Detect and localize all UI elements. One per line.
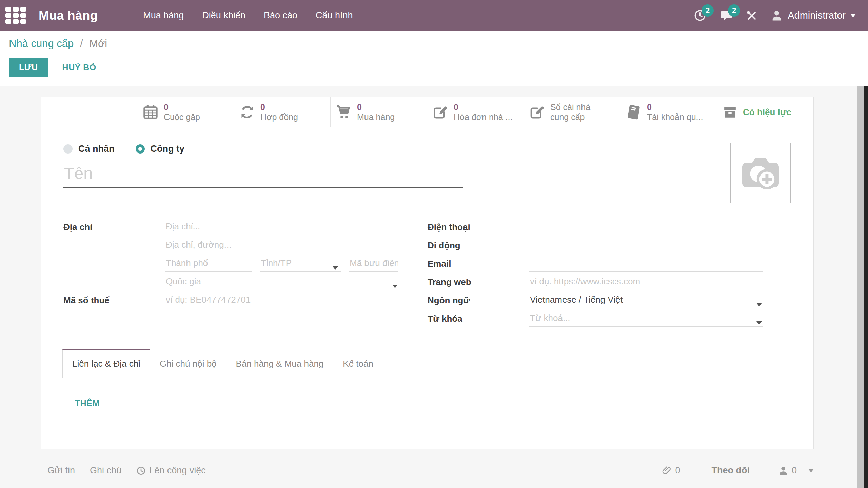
add-contact-button[interactable]: THÊM (75, 399, 100, 408)
schedule-activity-button[interactable]: Lên công việc (136, 465, 206, 476)
radio-individual[interactable]: Cá nhân (63, 144, 115, 154)
phone-input[interactable] (529, 220, 763, 235)
street2-input[interactable] (165, 239, 398, 253)
stat-value: 0 (260, 102, 298, 113)
app-title[interactable]: Mua hàng (39, 8, 98, 23)
topbar-right: 2 2 Administrator (694, 9, 868, 22)
send-message-button[interactable]: Gửi tin (47, 465, 75, 476)
menu-item-configuration[interactable]: Cấu hình (314, 8, 354, 23)
radio-individual-label: Cá nhân (78, 144, 115, 154)
form-col-right: Điện thoại Di động Email Trang web (428, 220, 763, 330)
user-name: Administrator (788, 10, 846, 21)
chatter-bar: Gửi tin Ghi chú Lên công việc 0 Theo dõi… (47, 465, 814, 476)
followers-dropdown-icon[interactable] (808, 469, 814, 472)
language-select[interactable] (529, 293, 763, 308)
radio-unselected-icon (63, 144, 73, 154)
company-type-radios: Cá nhân Công ty (63, 144, 813, 154)
schedule-activity-label: Lên công việc (149, 465, 206, 476)
stat-label-active: Có hiệu lực (743, 107, 791, 118)
vat-label: Mã số thuế (63, 293, 165, 312)
archive-box-icon (723, 105, 737, 120)
top-navbar: Mua hàng Mua hàng Điều khiển Báo cáo Cấu… (0, 0, 868, 31)
log-note-button[interactable]: Ghi chú (90, 465, 121, 476)
debug-tools-button[interactable] (746, 10, 757, 21)
mobile-label: Di động (428, 239, 529, 257)
tab-internal-notes[interactable]: Ghi chú nội bộ (150, 349, 226, 378)
content-area: 0 Cuộc gặp 0 Hợp đồng 0 Mua hàng (0, 86, 868, 488)
tab-pane-contacts: THÊM (41, 378, 813, 408)
breadcrumb-parent-link[interactable]: Nhà cung cấp (9, 38, 74, 49)
discard-button[interactable]: HUỶ BỎ (62, 63, 96, 73)
name-input[interactable] (63, 163, 463, 188)
image-upload-box[interactable] (730, 143, 791, 203)
breadcrumb-current: Mới (89, 38, 107, 49)
form-sheet: 0 Cuộc gặp 0 Hợp đồng 0 Mua hàng (41, 97, 814, 449)
tab-contacts-addresses[interactable]: Liên lạc & Địa chỉ (62, 349, 150, 378)
radio-company-label: Công ty (151, 144, 185, 154)
stat-button-row: 0 Cuộc gặp 0 Hợp đồng 0 Mua hàng (41, 97, 813, 127)
street-input[interactable] (165, 220, 398, 235)
menu-item-control[interactable]: Điều khiển (201, 8, 247, 23)
attachment-count: 0 (675, 465, 680, 476)
name-field-wrap (63, 163, 463, 188)
follow-button[interactable]: Theo dõi (711, 465, 749, 476)
vat-input[interactable] (165, 293, 398, 308)
form-fields: Địa chỉ (63, 220, 813, 330)
website-input[interactable] (529, 275, 763, 290)
user-menu[interactable]: Administrator (771, 9, 856, 22)
zip-input[interactable] (349, 257, 398, 272)
stat-label: Cuộc gặp (164, 112, 200, 122)
stat-button-contracts[interactable]: 0 Hợp đồng (234, 97, 330, 127)
stat-value: 0 (454, 102, 512, 113)
stat-button-purchases[interactable]: 0 Mua hàng (330, 97, 427, 127)
tab-sales-purchase[interactable]: Bán hàng & Mua hàng (226, 349, 334, 378)
stat-button-active[interactable]: Có hiệu lực (717, 97, 813, 127)
messages-badge: 2 (728, 4, 740, 17)
wrench-icon (746, 10, 757, 21)
stat-button-bank-accounts[interactable]: 0 Tài khoản qu... (620, 97, 717, 127)
person-icon (778, 466, 788, 476)
menu-item-reporting[interactable]: Báo cáo (262, 8, 299, 23)
mobile-input[interactable] (529, 239, 763, 253)
country-select[interactable] (165, 275, 398, 290)
top-menu: Mua hàng Điều khiển Báo cáo Cấu hình (142, 8, 354, 23)
radio-company[interactable]: Công ty (136, 144, 185, 154)
menu-item-purchase[interactable]: Mua hàng (142, 8, 185, 23)
action-buttons: LƯU HUỶ BỎ (9, 58, 868, 77)
address-label: Địa chỉ (63, 220, 165, 239)
messages-button[interactable]: 2 (720, 9, 733, 22)
tab-accounting[interactable]: Kế toán (333, 349, 383, 378)
stat-label: Sổ cái nhà cung cấp (550, 102, 608, 122)
stat-button-vendor-ledger[interactable]: Sổ cái nhà cung cấp (524, 97, 620, 127)
notebook-tabs: Liên lạc & Địa chỉ Ghi chú nội bộ Bán hà… (41, 349, 813, 378)
pencil-square-icon (529, 104, 545, 120)
stat-value: 0 (357, 102, 395, 113)
stat-label: Tài khoản qu... (647, 112, 703, 122)
city-input[interactable] (165, 257, 252, 272)
language-label: Ngôn ngữ (428, 293, 529, 312)
email-label: Email (428, 257, 529, 275)
avatar-icon (771, 9, 783, 22)
state-select[interactable] (260, 257, 341, 272)
chatter-actions: Gửi tin Ghi chú Lên công việc (47, 465, 206, 476)
scrollbar-track[interactable] (857, 86, 864, 488)
email-input[interactable] (529, 257, 763, 272)
refresh-icon (239, 104, 255, 120)
stat-label: Hóa đơn nhà ... (454, 112, 512, 122)
apps-grid-icon (5, 7, 26, 24)
follower-count: 0 (792, 465, 797, 476)
followers-button[interactable]: 0 (778, 465, 797, 476)
apps-menu-button[interactable] (0, 0, 31, 31)
scrollbar-edge (864, 86, 868, 488)
stat-value: 0 (164, 102, 200, 113)
tags-input[interactable] (529, 312, 763, 327)
breadcrumb-separator: / (80, 38, 83, 49)
activities-button[interactable]: 2 (694, 9, 706, 22)
radio-selected-icon (136, 144, 145, 154)
save-button[interactable]: LƯU (9, 58, 48, 77)
attachments-button[interactable]: 0 (662, 465, 680, 476)
stat-button-vendor-bills[interactable]: 0 Hóa đơn nhà ... (427, 97, 524, 127)
stat-button-meetings[interactable]: 0 Cuộc gặp (137, 97, 234, 127)
cart-icon (336, 104, 352, 120)
phone-label: Điện thoại (428, 220, 529, 239)
